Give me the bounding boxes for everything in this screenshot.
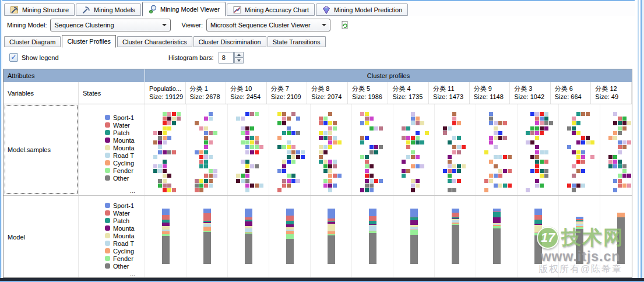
cluster-header-分类-1[interactable]: 分类 1Size: 2678	[186, 82, 227, 104]
histogram-cell-分类-6[interactable]	[559, 104, 600, 195]
histogram-cell-分类-4[interactable]	[393, 104, 435, 195]
mining-model-combobox[interactable]: Sequence Clustering	[50, 19, 171, 31]
cluster-header-分类-7[interactable]: 分类 7Size: 2109	[267, 82, 308, 104]
bar-segment-other	[452, 225, 459, 264]
histogram-tile	[365, 184, 369, 188]
bar-cell-分类-1[interactable]	[186, 196, 228, 278]
histogram-cell-分类-1[interactable]	[186, 104, 228, 195]
refresh-button[interactable]	[339, 19, 351, 31]
legend-label: Patch	[113, 217, 129, 224]
cluster-header-分类-8[interactable]: 分类 8Size: 2074	[307, 82, 348, 104]
histogram-cell-分类-8[interactable]	[311, 104, 352, 195]
histogram-row	[443, 136, 476, 140]
legend-item: Mounta	[105, 224, 135, 232]
cluster-header-分类-4[interactable]: 分类 4Size: 1735	[388, 82, 429, 104]
histogram-row	[526, 155, 558, 159]
cluster-header-populatio[interactable]: Populatio...Size: 19129	[145, 82, 186, 104]
histogram-tile	[245, 136, 249, 140]
top-tab-mining-structure[interactable]: Mining Structure	[4, 3, 75, 16]
viewer-tab-cluster-discrimination[interactable]: Cluster Discrimination	[193, 36, 266, 47]
histogram-tile	[425, 131, 429, 135]
histogram-tile	[163, 112, 167, 116]
histogram-cell-分类-3[interactable]	[518, 104, 559, 195]
histogram-row	[153, 136, 186, 140]
legend-swatch	[105, 263, 110, 269]
viewer-tab-cluster-profiles[interactable]: Cluster Profiles	[62, 35, 116, 48]
cluster-header-分类-5[interactable]: 分类 5Size: 1986	[348, 82, 389, 104]
histogram-bars-value[interactable]: 8	[219, 52, 234, 64]
histogram-cell-分类-10[interactable]	[228, 104, 269, 195]
bar-cell-分类-10[interactable]	[228, 196, 269, 278]
legend-more-indicator: ...	[130, 187, 135, 194]
histogram-tile	[369, 145, 374, 149]
histogram-tile	[411, 164, 415, 168]
histogram-cell-populatio[interactable]	[145, 104, 186, 195]
cluster-size: Size: 2678	[190, 93, 226, 101]
histogram-cell-分类-11[interactable]	[435, 104, 476, 195]
top-tab-mining-model-viewer[interactable]: Mining Model Viewer	[142, 2, 226, 16]
histogram-tile	[406, 155, 410, 159]
stacked-bar	[286, 209, 294, 264]
viewer-combobox[interactable]: Microsoft Sequence Cluster Viewer	[206, 19, 330, 31]
top-tab-mining-model-prediction[interactable]: Mining Model Prediction	[316, 3, 408, 16]
stacked-bar	[617, 209, 625, 264]
bar-cell-分类-5[interactable]	[352, 196, 393, 278]
histogram-cell-分类-7[interactable]	[269, 104, 311, 195]
viewer-tab-cluster-characteristics[interactable]: Cluster Characteristics	[117, 36, 192, 47]
bar-cell-populatio[interactable]	[145, 196, 186, 278]
histogram-tile	[255, 145, 259, 149]
histogram-tile	[250, 145, 254, 149]
top-tab-mining-accuracy-chart[interactable]: Mining Accuracy Chart	[227, 3, 315, 16]
legend-label: Mounta	[113, 225, 135, 232]
variables-cell-model[interactable]: Model	[3, 196, 79, 278]
stacked-bar-wrap	[435, 196, 476, 264]
cluster-header-分类-6[interactable]: 分类 6Size: 664	[551, 82, 592, 104]
histogram-tile	[163, 160, 167, 164]
variables-cell-model-samples[interactable]: Model.samples	[3, 104, 79, 195]
bar-cell-分类-9[interactable]	[476, 196, 518, 278]
histogram-row	[360, 155, 393, 159]
bar-cell-分类-3[interactable]	[518, 196, 559, 278]
show-legend-checkbox[interactable]: ✓	[9, 53, 18, 62]
stacked-bar-wrap	[393, 196, 434, 264]
cluster-header-分类-3[interactable]: 分类 3Size: 1042	[510, 82, 551, 104]
viewer-tab-cluster-diagram[interactable]: Cluster Diagram	[4, 36, 61, 47]
histogram-cell-分类-5[interactable]	[352, 104, 393, 195]
histogram-tile	[498, 136, 502, 140]
bar-cell-分类-7[interactable]	[269, 196, 311, 278]
histogram-row	[153, 140, 186, 144]
bar-cell-分类-12[interactable]	[600, 196, 632, 278]
bar-cell-分类-8[interactable]	[311, 196, 352, 278]
histogram-row	[484, 169, 517, 173]
histogram-tile	[576, 112, 580, 116]
histogram-tile	[301, 150, 305, 154]
spinner-down-button[interactable]	[234, 58, 244, 64]
bar-cell-分类-6[interactable]	[559, 196, 600, 278]
bar-cell-分类-4[interactable]	[393, 196, 435, 278]
bar-cell-分类-11[interactable]	[435, 196, 476, 278]
cluster-header-分类-9[interactable]: 分类 9Size: 1148	[470, 82, 511, 104]
histogram-tile	[199, 160, 203, 164]
cluster-header-分类-12[interactable]: 分类 12Size: 49	[591, 82, 632, 104]
top-tab-label: Mining Model Viewer	[160, 6, 220, 13]
histogram-tile	[360, 136, 364, 140]
cluster-size: Size: 1473	[433, 93, 469, 101]
viewer-tab-state-transitions[interactable]: State Transitions	[268, 36, 326, 47]
histogram-tile	[277, 112, 281, 116]
variables-column-header[interactable]: Variables	[3, 82, 79, 104]
histogram-tile	[369, 188, 374, 192]
histogram-tile	[622, 145, 627, 149]
legend-label: Road T	[113, 152, 134, 159]
histogram-cell-分类-9[interactable]	[476, 104, 518, 195]
histogram-cell-分类-12[interactable]	[600, 104, 632, 195]
cluster-header-分类-10[interactable]: 分类 10Size: 2454	[226, 82, 267, 104]
histogram-tile	[503, 155, 507, 159]
histogram-tile	[443, 126, 447, 131]
histogram-row	[443, 112, 476, 116]
cluster-header-分类-11[interactable]: 分类 11Size: 1473	[429, 82, 470, 104]
histogram-tile	[213, 169, 217, 173]
spinner-up-button[interactable]	[234, 52, 244, 58]
top-tab-mining-models[interactable]: Mining Models	[76, 3, 141, 16]
histogram-tile	[374, 145, 378, 149]
states-column-header[interactable]: States	[79, 82, 145, 104]
